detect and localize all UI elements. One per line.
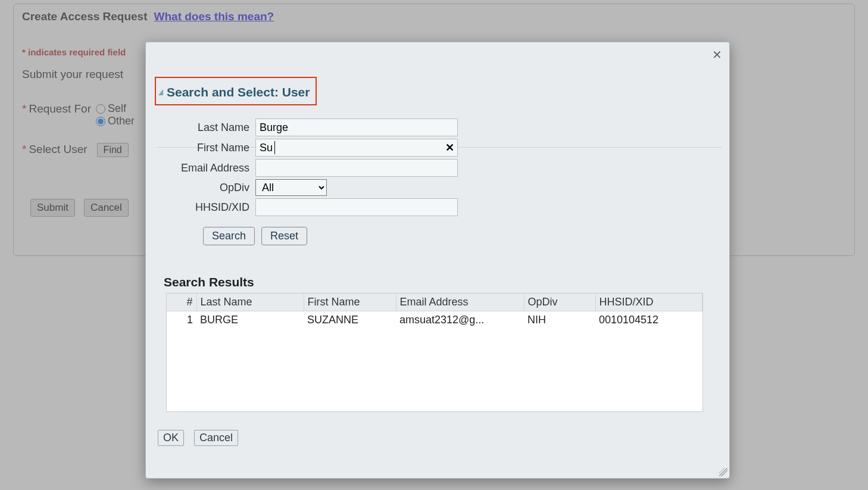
last-name-input[interactable]	[255, 118, 458, 136]
cell-last-name: BURGE	[196, 311, 304, 329]
cell-num: 1	[167, 311, 196, 329]
radio-other-label: Other	[108, 115, 135, 127]
page-title: Create Access Request	[22, 10, 148, 23]
radio-other[interactable]	[96, 117, 105, 126]
column-header-last-name[interactable]: Last Name	[196, 294, 304, 311]
required-star-icon: *	[22, 102, 26, 116]
cell-first-name: SUZANNE	[304, 311, 396, 329]
cell-opdiv: NIH	[524, 311, 595, 329]
ok-button[interactable]: OK	[158, 430, 184, 446]
cancel-button[interactable]: Cancel	[84, 199, 129, 217]
opdiv-select[interactable]: All	[255, 179, 327, 196]
clear-input-icon[interactable]: ✕	[445, 141, 454, 154]
last-name-label: Last Name	[154, 121, 255, 134]
first-name-input[interactable]	[255, 139, 458, 157]
close-icon[interactable]: ✕	[710, 48, 723, 61]
text-caret-icon	[274, 141, 275, 154]
radio-self[interactable]	[96, 104, 105, 114]
column-header-email[interactable]: Email Address	[396, 294, 524, 311]
cell-hhsid: 0010104512	[595, 311, 702, 329]
request-for-label: Request For	[29, 102, 91, 116]
column-header-first-name[interactable]: First Name	[304, 294, 396, 311]
column-header-hhsid[interactable]: HHSID/XID	[595, 294, 702, 311]
search-button[interactable]: Search	[203, 227, 255, 245]
search-results-title: Search Results	[164, 275, 721, 289]
select-user-label: Select User	[29, 143, 87, 156]
what-does-this-mean-link[interactable]: What does this mean?	[154, 10, 274, 23]
hhsid-input[interactable]	[255, 198, 458, 216]
search-user-dialog: ✕ Search and Select: User Last Name Firs…	[145, 42, 730, 479]
radio-self-option[interactable]: Self	[96, 102, 135, 115]
opdiv-label: OpDiv	[154, 182, 255, 194]
find-button[interactable]: Find	[97, 143, 129, 157]
column-header-num[interactable]: #	[167, 294, 196, 311]
table-row[interactable]: 1 BURGE SUZANNE amsuat2312@g... NIH 0010…	[167, 311, 702, 329]
email-address-label: Email Address	[154, 162, 255, 174]
radio-self-label: Self	[108, 102, 126, 115]
cell-email: amsuat2312@g...	[396, 311, 524, 329]
required-star-icon: *	[22, 143, 26, 156]
first-name-label: First Name	[154, 142, 255, 154]
collapse-triangle-icon[interactable]	[158, 89, 163, 95]
submit-button[interactable]: Submit	[30, 199, 75, 217]
modal-cancel-button[interactable]: Cancel	[194, 430, 238, 446]
hhsid-label: HHSID/XID	[154, 201, 255, 214]
reset-button[interactable]: Reset	[261, 227, 307, 245]
radio-other-option[interactable]: Other	[96, 115, 135, 127]
results-container: # Last Name First Name Email Address OpD…	[166, 293, 703, 412]
results-header-row: # Last Name First Name Email Address OpD…	[167, 294, 702, 311]
email-address-input[interactable]	[255, 159, 458, 177]
results-table: # Last Name First Name Email Address OpD…	[167, 294, 702, 329]
resize-handle-icon[interactable]	[719, 468, 728, 476]
section-title-highlight: Search and Select: User	[155, 77, 317, 105]
column-header-opdiv[interactable]: OpDiv	[524, 294, 595, 311]
section-title: Search and Select: User	[167, 85, 310, 99]
